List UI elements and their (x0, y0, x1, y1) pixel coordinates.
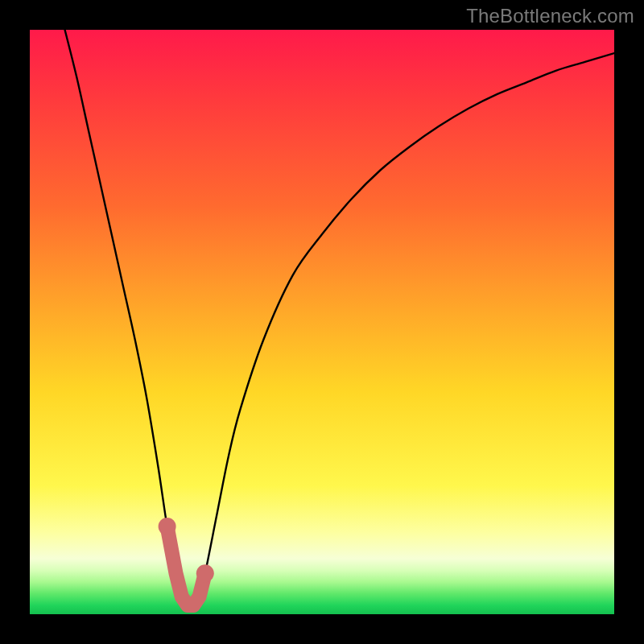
plot-area (30, 30, 614, 614)
watermark-text: TheBottleneck.com (466, 5, 634, 27)
marker-start-dot (159, 518, 176, 535)
gradient-background (30, 30, 614, 614)
chart-svg (30, 30, 614, 614)
chart-frame: TheBottleneck.com (0, 0, 644, 644)
marker-end-dot (196, 564, 214, 582)
